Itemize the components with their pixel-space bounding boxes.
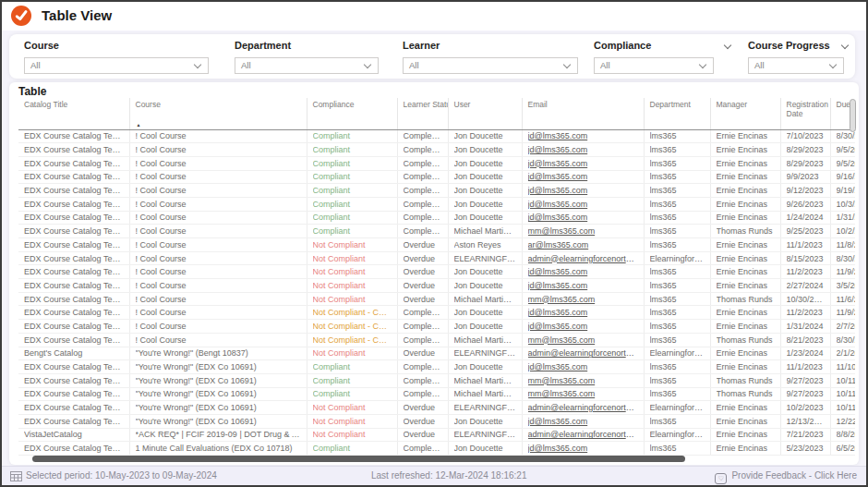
manager-cell: Ernie Encinas	[710, 143, 780, 157]
column-header-course[interactable]: Course▲	[129, 98, 307, 129]
email-link[interactable]: jd@lms365.com	[522, 279, 644, 293]
column-header-catalog-title[interactable]: Catalog Title	[18, 98, 129, 129]
manager-cell: Thomas Runds	[710, 387, 780, 401]
catalog-title-cell: EDX Course Catalog Testing	[18, 184, 129, 198]
email-link[interactable]: jd@lms365.com	[522, 184, 644, 198]
filter-course-progress: Course Progress All	[748, 40, 844, 74]
registration-date-cell: 7/21/2023	[780, 428, 830, 442]
email-link[interactable]: jd@lms365.com	[522, 129, 644, 143]
course-cell: *ACK REQ* | FCIF 2019-09 | DOT Drug & Al…	[129, 428, 307, 442]
table-row: Bengt's Catalog"You're Wrong!" (Bengt 10…	[18, 347, 855, 360]
compliance-cell: Compliant	[307, 156, 397, 170]
manager-cell: Ernie Encinas	[710, 279, 780, 293]
filter-course-dropdown[interactable]: All	[24, 57, 209, 74]
email-link[interactable]: ar@lms365.com	[522, 238, 644, 252]
email-link[interactable]: jd@lms365.com	[522, 143, 644, 157]
filter-course-progress-dropdown[interactable]: All	[748, 57, 844, 74]
learner-status-cell: Completed	[397, 143, 448, 157]
user-cell: Jon Doucette	[448, 184, 522, 198]
user-cell: Jon Doucette	[448, 306, 522, 320]
filter-learner-dropdown[interactable]: All	[403, 57, 578, 74]
filter-department-dropdown[interactable]: All	[235, 57, 379, 74]
app-window: Table View Course All Department All Lea…	[0, 0, 868, 487]
email-link[interactable]: jd@lms365.com	[522, 414, 644, 428]
column-header-user[interactable]: User	[448, 98, 522, 129]
learner-status-cell: Overdue	[397, 428, 448, 442]
manager-cell: Ernie Encinas	[710, 414, 780, 428]
sort-ascending-icon: ▲	[137, 122, 141, 128]
filter-course: Course All	[24, 40, 209, 74]
due-date-cell: 2/1/2024	[830, 347, 855, 360]
email-link[interactable]: jd@lms365.com	[522, 211, 644, 225]
email-link[interactable]: jd@lms365.com	[522, 197, 644, 211]
column-header-email[interactable]: Email	[522, 98, 644, 129]
heart-bubble-icon: ♡	[715, 473, 727, 484]
email-link[interactable]: mm@lms365.com	[522, 333, 644, 347]
table-row: EDX Course Catalog Testing! Cool CourseC…	[18, 197, 855, 211]
filter-department: Department All	[235, 40, 379, 74]
table-header-row: Catalog TitleCourse▲ComplianceLearner St…	[18, 98, 855, 129]
compliance-cell: Not Compliant	[307, 428, 397, 442]
column-header-compliance[interactable]: Compliance	[307, 98, 397, 129]
course-cell: ! Cool Course	[129, 170, 307, 184]
compliance-cell: Not Compliant	[307, 347, 397, 360]
learner-status-cell: Completed	[397, 156, 448, 170]
department-cell: lms365	[644, 129, 710, 143]
compliance-cell: Not Compliant	[307, 265, 397, 279]
email-link[interactable]: jd@lms365.com	[522, 320, 644, 334]
department-cell: lms365	[644, 156, 710, 170]
registration-date-cell: 9/25/2023	[780, 225, 830, 238]
email-link[interactable]: jd@lms365.com	[522, 306, 644, 320]
catalog-title-cell: VistaJetCatalog	[18, 428, 129, 442]
email-link[interactable]: jd@lms365.com	[522, 360, 644, 374]
department-cell: lms365	[644, 170, 710, 184]
course-cell: ! Cool Course	[129, 292, 307, 306]
email-link[interactable]: jd@lms365.com	[522, 156, 644, 170]
filter-compliance-dropdown[interactable]: All	[594, 57, 714, 74]
course-cell: ! Cool Course	[129, 265, 307, 279]
table-row: EDX Course Catalog Testing"You're Wrong!…	[18, 360, 855, 374]
table-viewport: Catalog TitleCourse▲ComplianceLearner St…	[18, 98, 855, 457]
chevron-down-icon	[829, 61, 837, 68]
catalog-title-cell: EDX Course Catalog Testing	[18, 414, 129, 428]
column-header-manager[interactable]: Manager	[710, 98, 780, 129]
manager-cell: Thomas Runds	[710, 373, 780, 387]
email-link[interactable]: jd@lms365.com	[522, 170, 644, 184]
column-header-registration-date[interactable]: Registration Date	[780, 98, 830, 129]
email-link[interactable]: jd@lms365.com	[522, 442, 644, 456]
feedback-label: Provide Feedback - Click Here	[731, 470, 857, 481]
manager-cell: Ernie Encinas	[710, 129, 780, 143]
catalog-title-cell: Bengt's Catalog	[18, 347, 129, 360]
user-cell: Michael Martinez	[448, 225, 522, 238]
compliance-cell: Compliant	[307, 170, 397, 184]
catalog-title-cell: EDX Course Catalog Testing	[18, 251, 129, 265]
user-cell: Jon Doucette	[448, 414, 522, 428]
collapse-chevron-icon[interactable]	[724, 42, 731, 49]
email-link[interactable]: admin@elearningforcenorthameric…	[522, 347, 644, 360]
column-header-learner-status[interactable]: Learner Status	[397, 98, 448, 129]
feedback-link[interactable]: ♡Provide Feedback - Click Here	[715, 470, 857, 484]
course-cell: ! Cool Course	[129, 156, 307, 170]
department-cell: lms365	[644, 197, 710, 211]
due-date-cell: 8/30/2023	[830, 251, 855, 265]
email-link[interactable]: admin@elearningforcenorthameric…	[522, 401, 644, 415]
column-header-department[interactable]: Department	[644, 98, 710, 129]
email-link[interactable]: jd@lms365.com	[522, 265, 644, 279]
registration-date-cell: 8/15/2023	[780, 251, 830, 265]
email-link[interactable]: admin@elearningforcenorthameric…	[522, 251, 644, 265]
vertical-scrollbar[interactable]	[850, 99, 856, 132]
registration-date-cell: 1/24/2024	[780, 211, 830, 225]
email-link[interactable]: mm@lms365.com	[522, 225, 644, 238]
email-link[interactable]: admin@elearningforcenorthameric…	[522, 428, 644, 442]
due-date-cell: 1/31/2024	[830, 211, 855, 225]
registration-date-cell: 8/29/2023	[780, 143, 830, 157]
department-cell: lms365	[644, 143, 710, 157]
table-row: EDX Course Catalog Testing! Cool CourseN…	[18, 320, 855, 334]
horizontal-scrollbar[interactable]	[32, 456, 685, 462]
email-link[interactable]: mm@lms365.com	[522, 373, 644, 387]
user-cell: Michael Martinez	[448, 333, 522, 347]
email-link[interactable]: mm@lms365.com	[522, 292, 644, 306]
filter-compliance-value: All	[600, 60, 610, 70]
email-link[interactable]: mm@lms365.com	[522, 387, 644, 401]
catalog-title-cell: EDX Course Catalog Testing	[18, 143, 129, 157]
